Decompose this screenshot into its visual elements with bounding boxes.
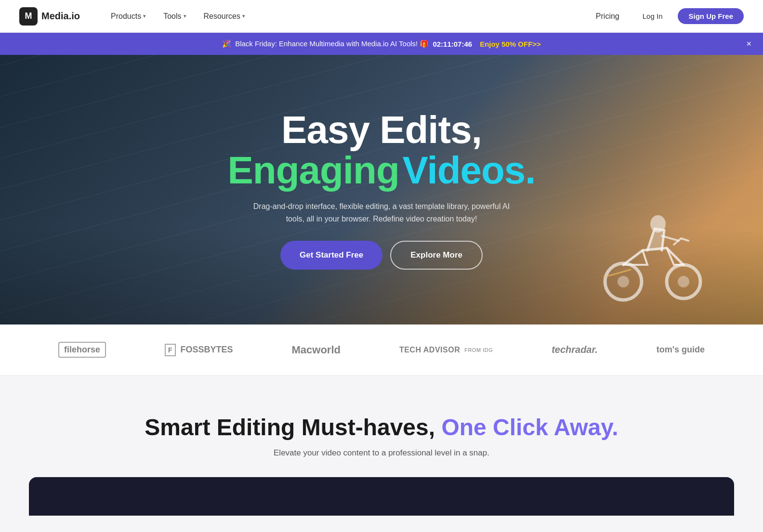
banner-emoji: 🎉 <box>222 39 231 48</box>
chevron-down-icon: ▾ <box>143 13 146 19</box>
fossbytes-icon: F <box>165 344 176 356</box>
signup-button[interactable]: Sign Up Free <box>678 8 744 24</box>
navbar: M Media.io Products ▾ Tools ▾ Resources … <box>0 0 763 33</box>
nav-item-tools[interactable]: Tools ▾ <box>156 8 194 25</box>
hero-subtitle: Drag-and-drop interface, flexible editin… <box>247 200 516 225</box>
tomsguide-label: tom's guide <box>657 345 705 355</box>
section2-title-accent: One Click Away. <box>441 415 618 440</box>
logo-text: Media.io <box>41 11 80 22</box>
nav-label-pricing: Pricing <box>596 12 619 21</box>
logo-techadvisor: TECH ADVISOR FROM IDG <box>399 346 493 354</box>
techradar-label: techradar. <box>552 344 598 355</box>
filehorse-label: filehorse <box>64 345 100 355</box>
hero-section: Easy Edits, Engaging Videos. Drag-and-dr… <box>0 55 763 324</box>
banner-message: Black Friday: Enhance Multimedia with Me… <box>235 39 429 48</box>
get-started-button[interactable]: Get Started Free <box>280 241 382 270</box>
macworld-label: Macworld <box>291 344 340 356</box>
nav-item-resources[interactable]: Resources ▾ <box>196 8 253 25</box>
banner-timer: 02:11:07:46 <box>433 40 472 48</box>
dark-card-preview <box>29 477 734 516</box>
svg-point-3 <box>678 276 689 287</box>
hero-buttons: Get Started Free Explore More <box>227 241 535 270</box>
logo-macworld: Macworld <box>291 344 340 356</box>
svg-point-4 <box>650 215 666 233</box>
logo-filehorse: filehorse <box>58 342 106 358</box>
banner-cta[interactable]: Enjoy 50% OFF>> <box>480 40 541 48</box>
login-button[interactable]: Log In <box>633 8 672 24</box>
logo-tomsguide: tom's guide <box>657 345 705 355</box>
nav-item-products[interactable]: Products ▾ <box>103 8 154 25</box>
banner-text: 🎉 Black Friday: Enhance Multimedia with … <box>222 39 541 48</box>
motorcycle-illustration <box>599 207 705 305</box>
explore-more-button[interactable]: Explore More <box>390 241 483 270</box>
svg-point-1 <box>618 276 629 287</box>
section2: Smart Editing Must-haves, One Click Away… <box>0 376 763 532</box>
logo-techradar: techradar. <box>552 344 598 355</box>
nav-label-tools: Tools <box>163 12 181 21</box>
section2-title: Smart Editing Must-haves, One Click Away… <box>29 414 734 441</box>
nav-item-pricing[interactable]: Pricing <box>588 8 627 25</box>
fossbytes-label: FOSSBYTES <box>181 345 233 355</box>
nav-right: Pricing Log In Sign Up Free <box>588 8 744 25</box>
hero-title-line2: Engaging Videos. <box>227 150 535 191</box>
techadvisor-label: TECH ADVISOR <box>399 346 460 354</box>
chevron-down-icon: ▾ <box>184 13 186 19</box>
banner-close-button[interactable]: × <box>746 39 751 49</box>
logos-strip: filehorse F FOSSBYTES Macworld TECH ADVI… <box>0 324 763 376</box>
logo[interactable]: M Media.io <box>19 7 80 26</box>
hero-content: Easy Edits, Engaging Videos. Drag-and-dr… <box>208 110 554 269</box>
chevron-down-icon: ▾ <box>242 13 245 19</box>
promo-banner: 🎉 Black Friday: Enhance Multimedia with … <box>0 33 763 55</box>
section2-subtitle: Elevate your video content to a professi… <box>29 448 734 458</box>
logo-fossbytes: F FOSSBYTES <box>165 344 233 356</box>
nav-label-products: Products <box>111 12 141 21</box>
section2-title-black: Smart Editing Must-haves, <box>145 415 435 440</box>
nav-items: Products ▾ Tools ▾ Resources ▾ <box>103 8 588 25</box>
hero-title-line1: Easy Edits, <box>227 110 535 150</box>
logo-icon: M <box>19 7 38 26</box>
nav-label-resources: Resources <box>204 12 240 21</box>
